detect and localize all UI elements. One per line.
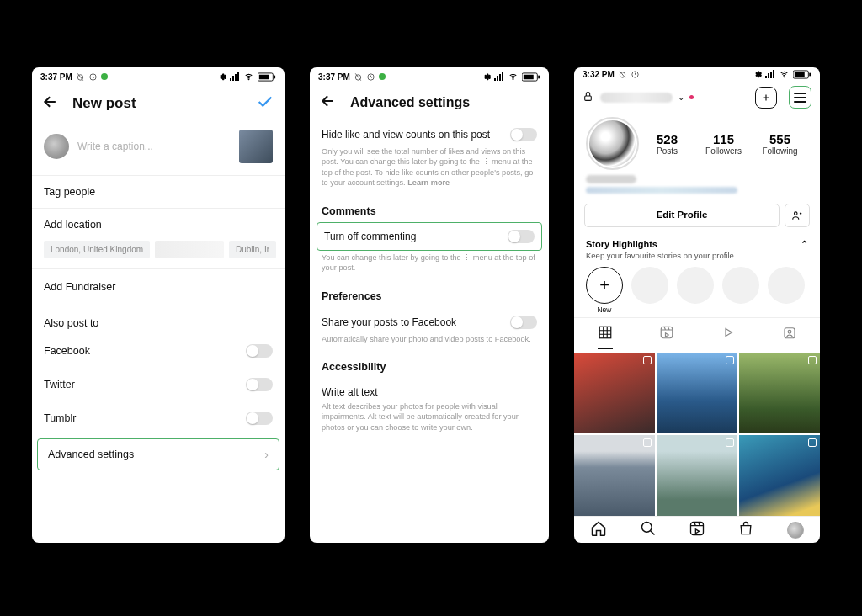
post-thumbnail[interactable] (239, 130, 273, 163)
toggle-icon[interactable] (246, 344, 273, 358)
hide-counts-description: Only you will see the total number of li… (310, 145, 549, 195)
header-title: New post (72, 95, 242, 112)
bottom-nav (574, 516, 820, 543)
screen-advanced-settings: 3:37 PM ✽ Advanced settings Hide like an… (310, 67, 549, 543)
svg-rect-4 (274, 75, 275, 78)
create-post-button[interactable] (755, 87, 777, 109)
svg-point-23 (788, 331, 791, 334)
stat-following[interactable]: 555Following (752, 132, 808, 156)
chevron-up-icon[interactable]: ⌃ (801, 239, 808, 250)
highlight-placeholder (722, 267, 759, 304)
toggle-icon[interactable] (246, 412, 273, 425)
advanced-settings-label: Advanced settings (48, 449, 134, 460)
back-arrow-icon[interactable] (42, 93, 59, 114)
share-facebook-label: Facebook (44, 345, 90, 357)
story-highlights-section: Story Highlights⌃ Keep your favourite st… (574, 234, 820, 260)
wifi-icon (508, 72, 519, 81)
bio-redacted (586, 187, 737, 194)
profile-header: ⌄ (574, 81, 820, 114)
nav-shop-icon[interactable] (737, 520, 754, 540)
post-thumbnail[interactable] (739, 435, 820, 516)
alt-text-row[interactable]: Write alt text (310, 378, 549, 400)
share-fb-description: Automatically share your photo and video… (310, 332, 549, 351)
caption-input[interactable]: Write a caption... (77, 141, 231, 152)
post-thumbnail[interactable] (657, 353, 737, 433)
share-twitter-row[interactable]: Twitter (32, 368, 285, 401)
preferences-heading: Preferences (310, 280, 549, 307)
alarm-off-icon (76, 72, 85, 82)
dot-green-icon (379, 73, 386, 80)
screen-profile: 3:32 PM ✽ ⌄ 528Posts 115Followers 555Fol… (574, 67, 820, 543)
profile-avatar-ring[interactable] (586, 117, 639, 170)
highlight-placeholder (631, 267, 668, 304)
lock-icon (583, 90, 593, 105)
turn-off-commenting-description: You can change this later by going to th… (310, 251, 549, 280)
screen-header: Advanced settings (310, 86, 549, 119)
hamburger-menu-button[interactable] (789, 86, 811, 109)
toggle-icon[interactable] (508, 230, 535, 243)
nav-home-icon[interactable] (590, 520, 607, 540)
alarm-off-icon (618, 70, 627, 79)
stat-followers[interactable]: 115Followers (695, 132, 752, 156)
tab-reels[interactable] (659, 325, 674, 349)
toggle-icon[interactable] (510, 316, 537, 329)
share-fb-row[interactable]: Share your posts to Facebook (310, 307, 549, 332)
tag-people-row[interactable]: Tag people (32, 175, 285, 208)
location-suggestions: London, United Kingdom Dublin, Ir (32, 241, 285, 268)
carousel-icon (643, 356, 652, 364)
location-suggestion[interactable]: London, United Kingdom (44, 241, 150, 258)
hide-counts-row[interactable]: Hide like and view counts on this post (310, 119, 549, 145)
confirm-check-icon[interactable] (256, 93, 274, 114)
post-thumbnail[interactable] (574, 353, 655, 433)
location-suggestion[interactable] (155, 241, 224, 258)
header-title: Advanced settings (350, 95, 539, 110)
svg-point-2 (248, 79, 249, 80)
edit-profile-button[interactable]: Edit Profile (584, 204, 780, 227)
tab-video[interactable] (721, 325, 736, 349)
signal-icon (765, 70, 775, 78)
nav-search-icon[interactable] (640, 520, 657, 540)
new-highlight-label: New (586, 305, 623, 314)
profile-actions: Edit Profile (574, 197, 820, 234)
share-tumblr-row[interactable]: Tumblr (32, 401, 285, 435)
toggle-icon[interactable] (246, 378, 273, 391)
profile-stats-row: 528Posts 115Followers 555Following (574, 114, 820, 172)
share-facebook-row[interactable]: Facebook (32, 334, 285, 368)
post-thumbnail[interactable] (739, 353, 820, 433)
discover-people-button[interactable] (785, 204, 810, 227)
status-bar: 3:32 PM ✽ (574, 67, 820, 81)
nav-profile-avatar[interactable] (787, 522, 804, 539)
location-suggestion[interactable]: Dublin, Ir (229, 241, 276, 258)
add-fundraiser-row[interactable]: Add Fundraiser (32, 268, 285, 305)
tab-grid[interactable] (598, 325, 613, 349)
turn-off-commenting-row-highlight: Turn off commenting (317, 222, 542, 251)
username-dropdown[interactable]: ⌄ (600, 93, 748, 103)
signal-icon (494, 72, 504, 81)
hide-counts-label: Hide like and view counts on this post (322, 129, 490, 141)
learn-more-link[interactable]: Learn more (407, 178, 450, 187)
alt-text-description: Alt text describes your photos for peopl… (310, 400, 549, 439)
advanced-settings-row[interactable]: Advanced settings › (37, 438, 279, 470)
status-bar: 3:37 PM ✽ (310, 67, 549, 86)
profile-tabs (574, 317, 820, 353)
svg-point-19 (795, 212, 798, 215)
turn-off-commenting-row[interactable]: Turn off commenting (317, 223, 541, 250)
battery-icon (793, 70, 811, 79)
post-thumbnail[interactable] (574, 435, 655, 516)
status-time: 3:32 PM (583, 70, 615, 79)
stat-posts[interactable]: 528Posts (639, 132, 695, 156)
share-tumblr-label: Tumblr (44, 412, 76, 424)
svg-rect-11 (524, 74, 534, 79)
add-location-row[interactable]: Add location (32, 208, 285, 241)
new-highlight-button[interactable]: + (586, 267, 623, 304)
back-arrow-icon[interactable] (320, 93, 337, 113)
svg-rect-18 (585, 96, 592, 100)
nav-reels-icon[interactable] (689, 520, 705, 540)
carousel-icon (726, 438, 734, 447)
tab-tagged[interactable] (782, 325, 797, 349)
toggle-icon[interactable] (510, 128, 537, 141)
carousel-icon (808, 438, 817, 447)
post-thumbnail[interactable] (657, 435, 737, 516)
battery-icon (522, 72, 540, 82)
share-fb-label: Share your posts to Facebook (322, 316, 456, 328)
